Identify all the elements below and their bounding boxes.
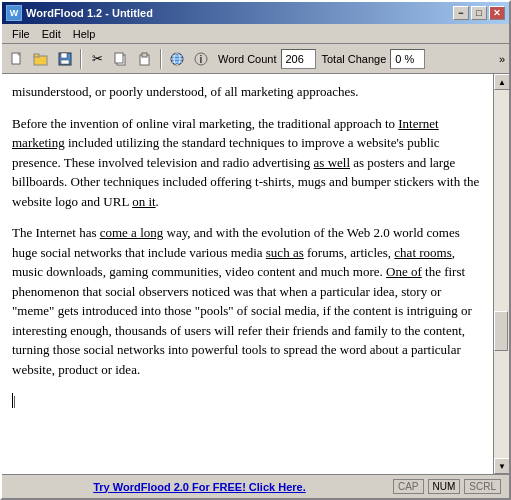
- maximize-button[interactable]: □: [471, 6, 487, 20]
- paste-icon: [138, 52, 152, 66]
- toolbar-overflow[interactable]: »: [499, 53, 505, 65]
- cap-indicator: CAP: [393, 479, 424, 494]
- svg-rect-8: [115, 53, 123, 63]
- svg-rect-10: [142, 53, 147, 57]
- scroll-up-button[interactable]: ▲: [494, 74, 509, 90]
- separator-2: [160, 49, 162, 69]
- underline-as-well: as well: [314, 155, 350, 170]
- cursor-paragraph: |: [12, 391, 483, 411]
- menubar: File Edit Help: [2, 24, 509, 44]
- window-title: WordFlood 1.2 - Untitled: [26, 7, 153, 19]
- scroll-down-button[interactable]: ▼: [494, 458, 509, 474]
- close-button[interactable]: ✕: [489, 6, 505, 20]
- paste-button[interactable]: [134, 48, 156, 70]
- save-button[interactable]: [54, 48, 76, 70]
- copy-button[interactable]: [110, 48, 132, 70]
- copy-icon: [114, 52, 128, 66]
- info-button[interactable]: i: [190, 48, 212, 70]
- minimize-button[interactable]: −: [453, 6, 469, 20]
- info-icon: i: [193, 51, 209, 67]
- statusbar: Try WordFlood 2.0 For FREE! Click Here. …: [2, 474, 509, 498]
- svg-rect-5: [61, 53, 67, 58]
- open-icon: [33, 52, 49, 66]
- menu-file[interactable]: File: [6, 27, 36, 41]
- svg-text:i: i: [200, 54, 203, 65]
- num-indicator: NUM: [428, 479, 461, 494]
- underline-chat-rooms: chat rooms: [394, 245, 451, 260]
- scroll-thumb[interactable]: [494, 311, 508, 351]
- total-change-value: 0 %: [390, 49, 425, 69]
- titlebar: W WordFlood 1.2 - Untitled − □ ✕: [2, 2, 509, 24]
- titlebar-buttons: − □ ✕: [453, 6, 505, 20]
- main-window: W WordFlood 1.2 - Untitled − □ ✕ File Ed…: [0, 0, 511, 500]
- status-indicators: CAP NUM SCRL: [393, 479, 501, 494]
- web-button[interactable]: [166, 48, 188, 70]
- scroll-track[interactable]: [494, 90, 509, 458]
- content-area: misunderstood, or poorly understood, of …: [2, 74, 509, 474]
- svg-rect-6: [61, 60, 69, 64]
- underline-on-it: on it: [132, 194, 155, 209]
- svg-rect-3: [34, 54, 39, 57]
- globe-icon: [169, 51, 185, 67]
- underline-come-a-long: come a long: [100, 225, 164, 240]
- menu-help[interactable]: Help: [67, 27, 102, 41]
- word-count-label: Word Count: [218, 53, 277, 65]
- underline-internet-marketing: Internet marketing: [12, 116, 439, 151]
- word-count-value: 206: [281, 49, 316, 69]
- app-icon: W: [6, 5, 22, 21]
- new-button[interactable]: [6, 48, 28, 70]
- total-change-label: Total Change: [322, 53, 387, 65]
- menu-edit[interactable]: Edit: [36, 27, 67, 41]
- new-icon: [10, 52, 24, 66]
- paragraph-1: misunderstood, or poorly understood, of …: [12, 82, 483, 102]
- cut-button[interactable]: ✂: [86, 48, 108, 70]
- open-button[interactable]: [30, 48, 52, 70]
- save-icon: [58, 52, 72, 66]
- titlebar-left: W WordFlood 1.2 - Untitled: [6, 5, 153, 21]
- paragraph-3: The Internet has come a long way, and wi…: [12, 223, 483, 379]
- text-cursor: |: [12, 393, 16, 408]
- promo-link[interactable]: Try WordFlood 2.0 For FREE! Click Here.: [10, 481, 389, 493]
- scrollbar: ▲ ▼: [493, 74, 509, 474]
- editor[interactable]: misunderstood, or poorly understood, of …: [2, 74, 493, 474]
- underline-one-of: One of: [386, 264, 422, 279]
- underline-such-as: such as: [266, 245, 304, 260]
- toolbar: ✂: [2, 44, 509, 74]
- scrl-indicator: SCRL: [464, 479, 501, 494]
- paragraph-2: Before the invention of online viral mar…: [12, 114, 483, 212]
- separator-1: [80, 49, 82, 69]
